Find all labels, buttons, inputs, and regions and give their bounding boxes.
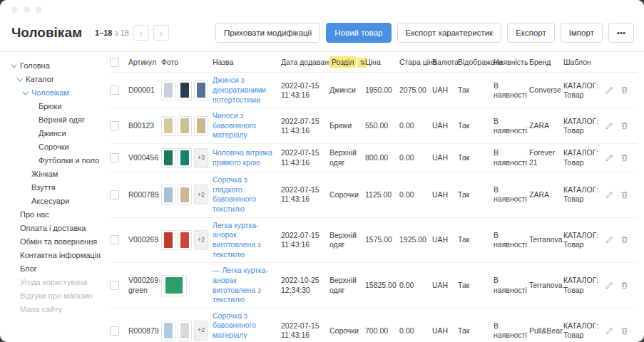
product-photo-thumb[interactable] — [161, 275, 187, 296]
sidebar-item[interactable]: Взуття — [11, 181, 103, 195]
export-button[interactable]: Експорт — [507, 23, 555, 43]
delete-button[interactable] — [620, 235, 629, 244]
window-control-minimize-icon[interactable] — [24, 6, 30, 13]
product-name-link[interactable]: Легка куртка-анорак виготовлена з тексти… — [213, 221, 277, 260]
delete-button[interactable] — [620, 326, 629, 336]
page-title: Чоловікам — [11, 25, 82, 41]
sidebar-item-label: Блог — [20, 262, 37, 276]
edit-button[interactable] — [605, 326, 614, 336]
product-photo-thumb[interactable] — [178, 321, 192, 341]
product-photo-thumb[interactable] — [161, 81, 175, 100]
sidebar-item[interactable]: Блог — [11, 262, 103, 276]
product-sku: V000269-green — [128, 276, 161, 294]
window-control-close-icon[interactable] — [11, 6, 18, 13]
product-date-cell: 2022-07-1511:43:16 — [281, 185, 329, 204]
export-characteristics-button[interactable]: Експорт характеристик — [397, 23, 502, 43]
new-product-button[interactable]: Новий товар — [326, 23, 391, 43]
row-checkbox[interactable] — [110, 326, 119, 336]
pagination-range: 1–18 — [95, 28, 112, 37]
row-checkbox[interactable] — [110, 281, 119, 290]
product-photo-thumb[interactable] — [178, 230, 192, 250]
more-photos-badge[interactable]: +2 — [194, 185, 208, 204]
delete-button[interactable] — [620, 190, 629, 200]
row-checkbox[interactable] — [110, 86, 119, 95]
date-value: 2022-07-15 — [281, 148, 325, 157]
product-photo-thumb[interactable] — [178, 81, 192, 100]
sidebar-item[interactable]: Про нас — [11, 208, 103, 222]
sidebar-item[interactable]: Мапа сайту — [11, 303, 103, 316]
sidebar-item[interactable]: Верхній одяг — [11, 113, 103, 127]
product-photo-thumb[interactable] — [161, 185, 175, 204]
chevron-down-icon[interactable] — [16, 76, 22, 81]
product-name-link[interactable]: Джинси з декоративними потертостями — [213, 76, 277, 105]
product-photo-thumb[interactable] — [194, 81, 208, 100]
column-header-sku: Артикул — [128, 58, 161, 67]
more-photos-badge[interactable]: +3 — [194, 148, 208, 168]
row-checkbox[interactable] — [110, 235, 119, 244]
product-name-link[interactable]: Чоловіча вітрівка прямого крою — [213, 148, 277, 167]
chevron-down-icon[interactable] — [11, 62, 16, 68]
product-photo-thumb[interactable] — [161, 230, 175, 250]
sidebar-item[interactable]: Чоловікам — [11, 86, 103, 100]
edit-button[interactable] — [605, 86, 614, 95]
product-name-link[interactable]: Сорочка з гладкого бавовняного текстилю — [213, 175, 277, 214]
row-checkbox[interactable] — [110, 153, 119, 162]
edit-button[interactable] — [605, 190, 614, 200]
pencil-icon — [605, 235, 614, 244]
product-name-link[interactable]: Чиноси з бавовняного матеріалу — [213, 111, 277, 140]
sidebar-item[interactable]: Жінкам — [11, 167, 103, 181]
product-photo-thumb[interactable] — [194, 116, 208, 136]
time-value: 12:34:30 — [281, 286, 325, 295]
sidebar-item[interactable]: Джинси — [11, 127, 103, 140]
product-currency: UAH — [432, 326, 458, 336]
select-all-checkbox[interactable] — [110, 58, 119, 67]
sidebar-item[interactable]: Оплата і доставка — [11, 222, 103, 235]
photo-image — [180, 83, 190, 98]
section-sort-label[interactable]: Розділ — [329, 56, 356, 68]
window-control-maximize-icon[interactable] — [36, 6, 42, 13]
import-button[interactable]: Імпорт — [561, 23, 603, 43]
product-photo-thumb[interactable] — [178, 185, 192, 204]
sidebar-item[interactable]: Головна — [11, 59, 103, 73]
sidebar-item[interactable]: Відгуки про магазин — [11, 289, 103, 303]
product-photo-thumb[interactable] — [161, 321, 175, 341]
next-page-button[interactable]: › — [153, 25, 169, 41]
product-photos: +2 — [161, 185, 213, 204]
row-select-cell — [110, 281, 128, 290]
sidebar-item[interactable]: Обмін та повернення — [11, 235, 103, 249]
hide-modifications-button[interactable]: Приховати модифікації — [215, 23, 320, 43]
delete-button[interactable] — [620, 86, 629, 95]
edit-button[interactable] — [605, 235, 614, 244]
prev-page-button[interactable]: ‹ — [133, 25, 149, 41]
sidebar-item[interactable]: Угода користувача — [11, 276, 103, 289]
sidebar-item[interactable]: Брюки — [11, 100, 103, 113]
sidebar-item[interactable]: Сорочки — [11, 140, 103, 154]
sidebar-item[interactable]: Контактна інформація — [11, 249, 103, 262]
sidebar-item[interactable]: Аксесуари — [11, 195, 103, 208]
row-checkbox[interactable] — [110, 121, 119, 130]
desktop-background: Чоловікам 1–18 з 18 ‹ › Приховати модифі… — [0, 0, 644, 342]
delete-button[interactable] — [620, 121, 629, 130]
product-name-link[interactable]: — Легка куртка-анорак виготовлена з текс… — [213, 266, 277, 305]
product-brand: Pull&Bear — [529, 326, 563, 336]
product-name-link[interactable]: Сорочка з бавовняного матеріалу притален… — [213, 311, 277, 342]
delete-button[interactable] — [620, 281, 629, 290]
sidebar-item[interactable]: Каталог — [11, 73, 103, 86]
sidebar-item[interactable]: Футболки и поло — [11, 154, 103, 167]
product-photo-thumb[interactable] — [161, 116, 175, 136]
row-select-cell — [110, 190, 128, 200]
edit-button[interactable] — [605, 281, 614, 290]
more-button[interactable]: ••• — [608, 23, 634, 43]
edit-button[interactable] — [605, 121, 614, 130]
product-photo-thumb[interactable] — [161, 148, 175, 168]
edit-button[interactable] — [605, 153, 614, 162]
chevron-down-icon[interactable] — [22, 89, 28, 95]
product-photo-thumb[interactable] — [178, 148, 192, 168]
more-photos-badge[interactable]: +2 — [194, 321, 208, 341]
product-photo-thumb[interactable] — [178, 116, 192, 136]
delete-button[interactable] — [620, 153, 629, 162]
more-photos-badge[interactable]: +2 — [194, 230, 208, 250]
product-sku: V000269 — [128, 235, 161, 244]
date-value: 2022-07-15 — [281, 231, 325, 240]
row-checkbox[interactable] — [110, 190, 119, 200]
